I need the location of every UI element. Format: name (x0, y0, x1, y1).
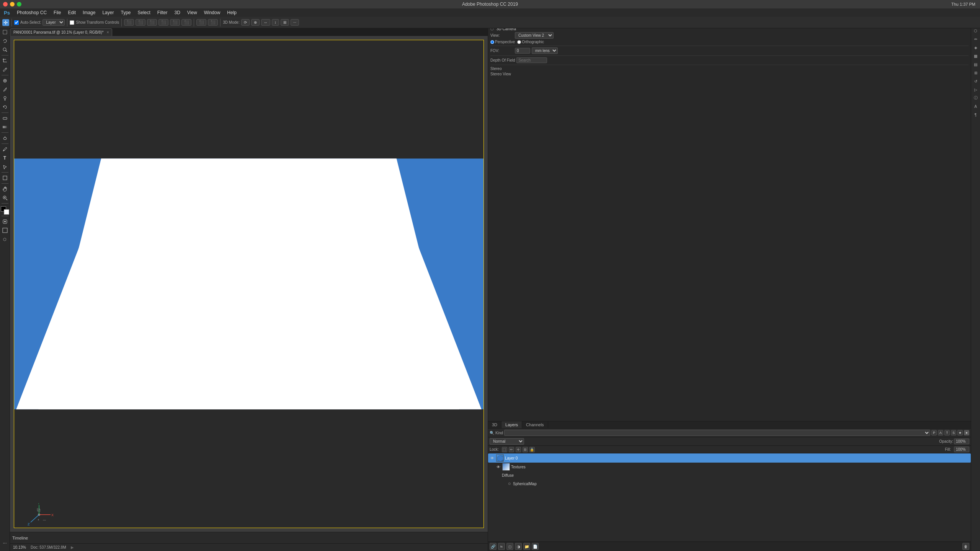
screen-mode-btn[interactable] (1, 226, 9, 235)
menu-file[interactable]: File (51, 8, 64, 17)
crop-tool[interactable] (1, 57, 9, 65)
fill-input[interactable] (954, 447, 969, 452)
misc-tool[interactable]: ··· (1, 539, 9, 547)
fov-input[interactable] (515, 48, 530, 54)
menu-filter[interactable]: Filter (154, 8, 171, 17)
marquee-tool[interactable] (1, 28, 9, 36)
brush-tool[interactable] (1, 85, 9, 94)
align-top-btn[interactable]: ⬛ (158, 19, 168, 26)
paragraph-panel-icon[interactable]: ¶ (972, 111, 980, 119)
canvas-content[interactable] (14, 40, 483, 528)
add-layer-mask-btn[interactable]: ◻ (506, 543, 513, 550)
diffuse-item[interactable]: Diffuse (488, 471, 971, 479)
depth-search[interactable] (516, 57, 547, 63)
menu-image[interactable]: Image (80, 8, 98, 17)
view-select[interactable]: Custom View 2 Default Camera (515, 32, 554, 39)
menu-view[interactable]: View (184, 8, 200, 17)
filter-toggle-btn[interactable]: ● (964, 430, 969, 435)
distribute-left-btn[interactable]: ⬛ (196, 19, 206, 26)
orthographic-radio[interactable]: Orthographic (517, 40, 544, 44)
filter-pixel-btn[interactable]: P (931, 430, 937, 435)
character-panel-icon[interactable]: A (972, 103, 980, 110)
menu-type[interactable]: Type (118, 8, 134, 17)
new-fill-layer-btn[interactable]: ◑ (515, 543, 522, 550)
history-panel-icon[interactable]: ↺ (972, 77, 980, 85)
new-group-btn[interactable]: 📁 (523, 543, 530, 550)
filter-kind-select[interactable] (504, 430, 930, 436)
filter-type-btn[interactable]: T (944, 430, 950, 435)
patterns-panel-icon[interactable]: ⊞ (972, 69, 980, 77)
shape-tool[interactable] (1, 174, 9, 182)
move-tool-active[interactable]: ✛ (2, 19, 9, 26)
align-center-btn[interactable]: ⬛ (136, 19, 145, 26)
history-brush-tool[interactable] (1, 103, 9, 111)
dodge-tool[interactable] (1, 134, 9, 142)
fov-unit-select[interactable]: mm lens degrees (532, 47, 558, 54)
menu-photoshopcc[interactable]: Photoshop CC (14, 8, 50, 17)
menu-help[interactable]: Help (224, 8, 240, 17)
tab-channels[interactable]: Channels (522, 421, 548, 428)
gradients-panel-icon[interactable]: ▤ (972, 60, 980, 68)
quick-mask-tool[interactable] (1, 217, 9, 226)
delete-layer-btn[interactable]: 🗑 (962, 543, 969, 550)
layer-0-visibility[interactable]: 👁 (490, 455, 495, 461)
healing-brush-tool[interactable] (1, 77, 9, 85)
lock-position-btn[interactable]: ✛ (516, 447, 521, 452)
distribute-center-btn[interactable]: ⬛ (208, 19, 218, 26)
lock-all-btn[interactable]: 🔒 (529, 447, 535, 452)
tab-layers[interactable]: Layers (501, 421, 522, 428)
pen-tool[interactable] (1, 145, 9, 153)
add-layer-style-btn[interactable]: fx (498, 543, 505, 550)
hand-tool[interactable] (1, 185, 9, 193)
brush-preset-icon[interactable]: ✏ (972, 35, 980, 43)
path-selection-tool[interactable] (1, 163, 9, 171)
opacity-input[interactable] (954, 439, 969, 444)
menu-window[interactable]: Window (201, 8, 224, 17)
auto-select-dropdown[interactable]: Layer Group (42, 19, 65, 26)
align-right-btn[interactable]: ⬛ (147, 19, 157, 26)
lock-artboard-btn[interactable]: ⊞ (523, 447, 528, 452)
eyedropper-tool[interactable] (1, 65, 9, 74)
color-swatches[interactable] (1, 206, 9, 215)
gradient-tool[interactable] (1, 123, 9, 131)
menu-select[interactable]: Select (134, 8, 153, 17)
quick-select-tool[interactable] (1, 46, 9, 54)
maximize-button[interactable] (17, 2, 21, 7)
swatches-panel-icon[interactable]: ▦ (972, 52, 980, 60)
lock-transparent-btn[interactable]: ⬚ (502, 447, 507, 452)
3d-mode-orbit[interactable]: ⟳ (241, 19, 250, 26)
align-bottom-btn[interactable]: ⬛ (181, 19, 191, 26)
menu-layer[interactable]: Layer (99, 8, 117, 17)
minimize-button[interactable] (10, 2, 15, 7)
align-left-btn[interactable]: ⬛ (124, 19, 134, 26)
more-options[interactable]: ··· (291, 19, 299, 26)
filter-adjust-btn[interactable]: A (938, 430, 943, 435)
3d-mode-pan[interactable]: ↔ (261, 19, 270, 26)
perspective-radio[interactable]: Perspective (490, 40, 515, 44)
textures-visibility[interactable]: 👁 (496, 464, 501, 469)
3d-nav-btn[interactable]: ⬡ (1, 235, 9, 243)
background-color[interactable] (4, 209, 9, 215)
tab-3d[interactable]: 3D (488, 421, 501, 428)
show-transform-checkbox[interactable] (70, 20, 74, 25)
text-tool[interactable]: T (1, 154, 9, 162)
eraser-tool[interactable] (1, 114, 9, 122)
filter-shape-btn[interactable]: S (951, 430, 956, 435)
spherical-map-item[interactable]: ⊙ SphericaIMap (488, 479, 971, 488)
info-panel-icon[interactable]: ⓘ (972, 94, 980, 102)
3d-mode-slide[interactable]: ↕ (272, 19, 279, 26)
lasso-tool[interactable] (1, 37, 9, 45)
zoom-tool[interactable] (1, 194, 9, 202)
auto-select-checkbox[interactable] (14, 20, 19, 25)
blend-mode-select[interactable]: Normal Dissolve Multiply Screen Overlay (490, 438, 524, 445)
link-layers-btn[interactable]: 🔗 (490, 543, 497, 550)
close-button[interactable] (3, 2, 8, 7)
file-tab[interactable]: PANO0001 Panorama.tif @ 10.1% (Layer 0, … (10, 28, 112, 36)
actions-panel-icon[interactable]: ▷ (972, 86, 980, 93)
layer-0-item[interactable]: 👁 Layer 0 (488, 453, 971, 463)
filter-smart-btn[interactable]: ★ (957, 430, 963, 435)
close-tab-btn[interactable]: × (107, 30, 109, 34)
new-layer-btn[interactable]: 📄 (532, 543, 539, 550)
lock-pixels-btn[interactable]: ✏ (509, 447, 514, 452)
color-panel-icon[interactable]: ◈ (972, 44, 980, 51)
